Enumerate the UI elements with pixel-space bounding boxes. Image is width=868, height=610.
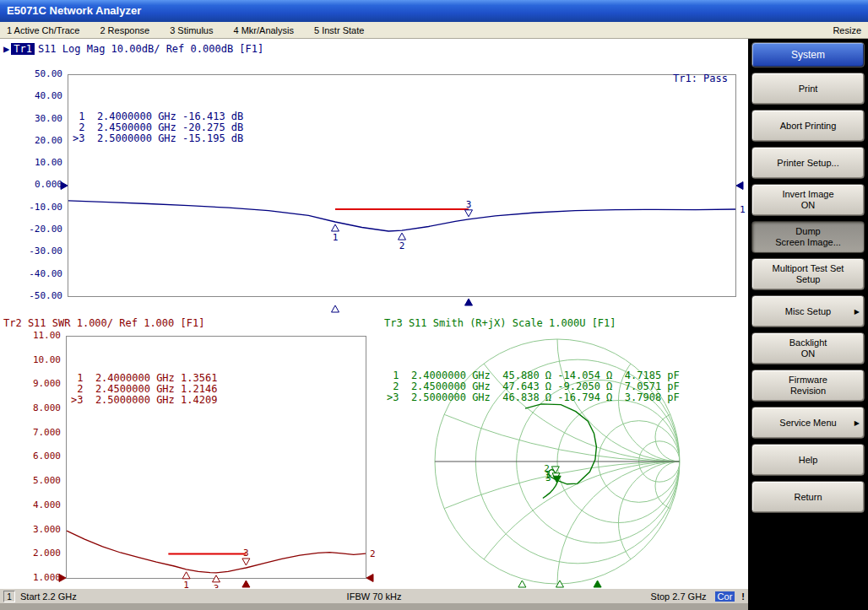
softkey-label: Help [799, 455, 818, 466]
tr1-y-tick: -50.00 [0, 290, 62, 301]
channel-indicator[interactable]: 1 [3, 591, 15, 602]
tr1-badge: Tr1 [11, 43, 35, 55]
menu-item[interactable]: 3 Stimulus [170, 25, 213, 35]
svg-text:3: 3 [243, 548, 249, 559]
softkey-label: Firmware [789, 375, 827, 386]
softkey-label: System [791, 50, 825, 61]
tr2-y-tick: 11.00 [0, 330, 61, 341]
tr1-limit-result: Tr1: Pass [583, 73, 728, 84]
tr1-y-tick: -40.00 [0, 268, 62, 279]
svg-text:1: 1 [333, 232, 339, 243]
menu-item[interactable]: 1 Active Ch/Trace [7, 25, 79, 35]
tr1-y-axis: 50.0040.0030.0020.0010.000.000-10.00-20.… [0, 68, 62, 301]
tr2-y-tick: 8.000 [0, 402, 61, 413]
ifbw-value: IFBW 70 kHz [347, 591, 402, 602]
tr2-y-tick: 10.00 [0, 354, 61, 365]
softkey-label: Backlight [789, 337, 827, 348]
softkey-return[interactable]: Return [751, 481, 865, 513]
tr1-y-tick: 0.000 [0, 179, 62, 190]
softkey-multiport-test-set-setup[interactable]: Multiport Test SetSetup [751, 258, 865, 290]
softkey-service-menu[interactable]: Service Menu▶ [751, 407, 865, 439]
softkey-help[interactable]: Help [751, 444, 865, 476]
tr1-y-tick: 10.00 [0, 157, 62, 168]
tr1-header[interactable]: ▶Tr1S11 Log Mag 10.00dB/ Ref 0.000dB [F1… [3, 43, 263, 55]
tr2-marker-row: >3 2.5000000 GHz 1.4209 [71, 395, 217, 406]
menu-items: 1 Active Ch/Trace2 Response3 Stimulus4 M… [7, 25, 833, 35]
tr2-y-tick: 4.000 [0, 499, 61, 510]
tr2-y-tick: 1.000 [0, 572, 61, 583]
tr2-y-tick: 9.000 [0, 378, 61, 389]
application-window: E5071C Network Analyzer 1 Active Ch/Trac… [0, 0, 868, 610]
menu-item[interactable]: 4 Mkr/Analysis [233, 25, 294, 35]
tr3-marker-row: >3 2.5000000 GHz 46.838 Ω -16.794 Ω 3.79… [387, 392, 680, 403]
tr1-marker-table: 1 2.4000000 GHz -16.413 dB 2 2.4500000 G… [73, 78, 243, 144]
svg-text:3: 3 [545, 472, 551, 483]
softkey-label: Abort Printing [780, 121, 837, 132]
softkey-label: Printer Setup... [777, 158, 838, 169]
stop-frequency: Stop 2.7 GHz [651, 591, 707, 602]
tr2-y-tick: 3.000 [0, 524, 61, 535]
softkey-misc-setup[interactable]: Misc Setup▶ [751, 295, 865, 327]
softkey-menu-title-system: System [751, 42, 865, 67]
softkey-backlight[interactable]: BacklightON [751, 332, 865, 364]
svg-text:2: 2 [370, 548, 376, 559]
softkey-printer-setup[interactable]: Printer Setup... [751, 147, 865, 179]
menu-item[interactable]: 5 Instr State [314, 25, 364, 35]
tr1-y-tick: 50.00 [0, 68, 62, 79]
correction-badge: Cor [715, 591, 735, 602]
softkey-state: ON [801, 348, 816, 359]
softkey-print[interactable]: Print [751, 73, 865, 105]
softkey-label: Service Menu [779, 418, 836, 429]
start-frequency: Start 2.2 GHz [20, 591, 77, 602]
tr2-header[interactable]: Tr2 S11 SWR 1.000/ Ref 1.000 [F1] [3, 317, 204, 329]
softkey-sidebar: System Print Abort Printing Printer Setu… [748, 39, 868, 610]
tr2-y-tick: 7.000 [0, 427, 61, 438]
tr2-y-tick: 6.000 [0, 451, 61, 462]
softkey-dump-screen-image[interactable]: DumpScreen Image... [751, 221, 865, 253]
menu-item[interactable]: 2 Response [100, 25, 149, 35]
svg-text:2: 2 [399, 240, 405, 251]
tr2-marker-table: 1 2.4000000 GHz 1.3561 2 2.4500000 GHz 1… [71, 340, 217, 406]
status-bar: 1 Start 2.2 GHz IFBW 70 kHz Stop 2.7 GHz… [0, 588, 748, 603]
softkey-label: Setup [796, 274, 821, 285]
tr1-header-text: S11 Log Mag 10.00dB/ Ref 0.000dB [F1] [38, 43, 263, 55]
softkey-label: Multiport Test Set [773, 263, 844, 274]
svg-text:1: 1 [740, 204, 746, 215]
svg-text:3: 3 [466, 199, 472, 210]
tr2-y-axis: 11.0010.009.0008.0007.0006.0005.0004.000… [0, 330, 61, 583]
bottom-strip [0, 603, 748, 610]
softkey-label: Print [799, 84, 818, 94]
tr1-y-tick: 30.00 [0, 113, 62, 124]
tr1-marker-row: >3 2.5000000 GHz -15.195 dB [73, 133, 243, 144]
trace-display-area: ▶Tr1S11 Log Mag 10.00dB/ Ref 0.000dB [F1… [0, 39, 748, 588]
resize-button[interactable]: Resize [833, 25, 861, 35]
title-bar[interactable]: E5071C Network Analyzer [0, 0, 868, 22]
tr1-y-tick: -30.00 [0, 246, 62, 256]
softkey-state: ON [801, 200, 816, 211]
tr3-header[interactable]: Tr3 S11 Smith (R+jX) Scale 1.000U [F1] [384, 317, 616, 329]
softkey-label: Revision [790, 386, 826, 397]
tr2-y-tick: 2.000 [0, 548, 61, 559]
softkey-label: Return [794, 492, 822, 503]
tr1-y-tick: -10.00 [0, 202, 62, 213]
active-trace-arrow-icon: ▶ [3, 43, 9, 55]
tr1-y-tick: 40.00 [0, 90, 62, 101]
softkey-label: Invert Image [782, 189, 833, 200]
softkey-abort-printing[interactable]: Abort Printing [751, 110, 865, 142]
window-title: E5071C Network Analyzer [7, 4, 141, 17]
tr1-y-tick: 20.00 [0, 135, 62, 146]
softkey-label: Screen Image... [775, 237, 841, 248]
submenu-arrow-icon: ▶ [854, 418, 860, 429]
softkey-label: Dump [795, 226, 820, 237]
softkey-invert-image[interactable]: Invert ImageON [751, 184, 865, 216]
alert-icon: ! [741, 591, 745, 602]
tr1-y-tick: -20.00 [0, 224, 62, 235]
menu-bar: 1 Active Ch/Trace2 Response3 Stimulus4 M… [0, 22, 868, 39]
tr3-marker-table: 1 2.4000000 GHz 45.880 Ω -14.054 Ω 4.718… [387, 337, 680, 403]
softkey-label: Misc Setup [785, 306, 831, 317]
tr2-y-tick: 5.000 [0, 475, 61, 486]
submenu-arrow-icon: ▶ [854, 306, 860, 317]
softkey-firmware-revision[interactable]: FirmwareRevision [751, 370, 865, 402]
